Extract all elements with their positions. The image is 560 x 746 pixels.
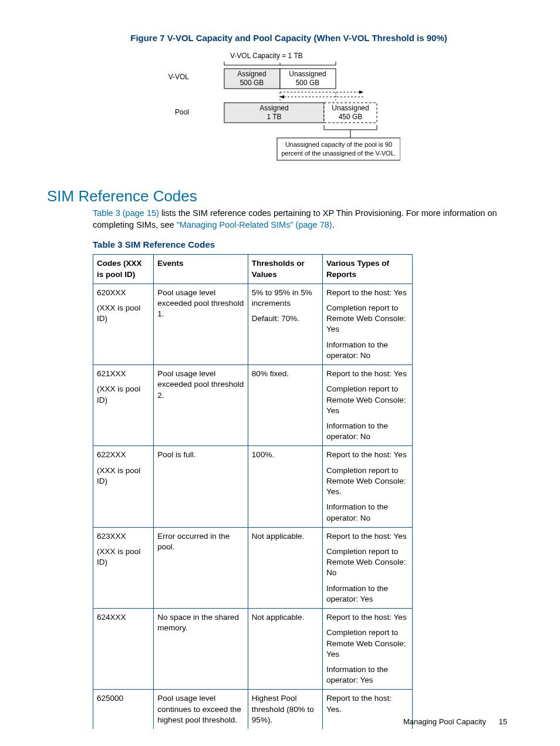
svg-text:1 TB: 1 TB <box>266 113 281 121</box>
cell-events: Pool usage level exceeded pool threshold… <box>154 283 248 364</box>
cell-thresholds: 100%. <box>248 446 322 527</box>
link-table3[interactable]: Table 3 (page 15) <box>93 208 159 218</box>
svg-text:Unassigned capacity of the poo: Unassigned capacity of the pool is 90 <box>285 141 392 148</box>
th-codes: Codes (XXX is pool ID) <box>93 255 154 283</box>
svg-text:Unassigned: Unassigned <box>332 104 369 112</box>
cell-codes: 621XXX(XXX is pool ID) <box>93 365 154 446</box>
section-heading: SIM Reference Codes <box>47 187 507 205</box>
svg-marker-13 <box>280 95 284 99</box>
cell-events: No space in the shared memory. <box>154 609 248 690</box>
table-row: 623XXX(XXX is pool ID)Error occurred in … <box>93 527 413 608</box>
cell-reports: Report to the host: YesCompletion report… <box>323 609 413 690</box>
svg-marker-11 <box>359 90 363 94</box>
footer-section: Managing Pool Capacity <box>403 717 486 726</box>
sim-reference-table: Codes (XXX is pool ID) Events Thresholds… <box>93 254 413 729</box>
cell-codes: 620XXX(XXX is pool ID) <box>93 283 154 364</box>
svg-text:Assigned: Assigned <box>259 104 288 112</box>
cell-thresholds: Not applicable. <box>248 527 322 608</box>
link-managing-sims[interactable]: "Managing Pool-Related SIMs" (page 78) <box>177 220 332 229</box>
cell-events: Error occurred in the pool. <box>154 527 248 608</box>
cell-reports: Report to the host: YesCompletion report… <box>323 365 413 446</box>
cell-reports: Report to the host: YesCompletion report… <box>323 446 413 527</box>
cell-codes: 625000 <box>93 690 154 729</box>
svg-text:500 GB: 500 GB <box>296 79 320 87</box>
cell-thresholds: 80% fixed. <box>248 365 322 446</box>
cell-thresholds: Not applicable. <box>248 609 322 690</box>
section-intro: Table 3 (page 15) lists the SIM referenc… <box>93 208 507 231</box>
table-row: 622XXX(XXX is pool ID)Pool is full.100%.… <box>93 446 413 527</box>
table-row: 621XXX(XXX is pool ID)Pool usage level e… <box>93 365 413 446</box>
cell-reports: Report to the host: YesCompletion report… <box>323 527 413 608</box>
svg-text:percent of the unassigned of t: percent of the unassigned of the V-VOL. <box>281 150 396 157</box>
cell-reports: Report to the host: Yes. <box>323 690 413 729</box>
cell-thresholds: Highest Pool threshold (80% to 95%). <box>248 690 322 729</box>
th-events: Events <box>154 255 248 283</box>
svg-text:500 GB: 500 GB <box>240 79 264 87</box>
svg-text:V-VOL Capacity = 1 TB: V-VOL Capacity = 1 TB <box>230 52 303 60</box>
figure-diagram: V-VOL Capacity = 1 TB V-VOL Assigned 500… <box>154 50 400 167</box>
cell-events: Pool is full. <box>154 446 248 527</box>
cell-codes: 624XXX <box>93 609 154 690</box>
figure-title: Figure 7 V-VOL Capacity and Pool Capacit… <box>47 33 507 43</box>
table-row: 625000Pool usage level continues to exce… <box>93 690 413 729</box>
table-row: 624XXXNo space in the shared memory.Not … <box>93 609 413 690</box>
cell-events: Pool usage level continues to exceed the… <box>154 690 248 729</box>
table-title: Table 3 SIM Reference Codes <box>93 239 507 251</box>
svg-text:Assigned: Assigned <box>237 70 266 78</box>
cell-codes: 622XXX(XXX is pool ID) <box>93 446 154 527</box>
th-reports: Various Types of Reports <box>323 255 413 283</box>
cell-thresholds: 5% to 95% in 5% incrementsDefault: 70%. <box>248 283 322 364</box>
svg-text:V-VOL: V-VOL <box>168 73 190 81</box>
page-footer: Managing Pool Capacity 15 <box>403 717 507 726</box>
svg-text:Unassigned: Unassigned <box>289 70 326 78</box>
cell-events: Pool usage level exceeded pool threshold… <box>154 365 248 446</box>
cell-codes: 623XXX(XXX is pool ID) <box>93 527 154 608</box>
footer-page-number: 15 <box>499 717 507 726</box>
th-thresholds: Thresholds or Values <box>248 255 322 283</box>
svg-text:Pool: Pool <box>175 108 189 116</box>
table-row: 620XXX(XXX is pool ID)Pool usage level e… <box>93 283 413 364</box>
svg-text:450 GB: 450 GB <box>339 113 363 121</box>
cell-reports: Report to the host: YesCompletion report… <box>323 283 413 364</box>
